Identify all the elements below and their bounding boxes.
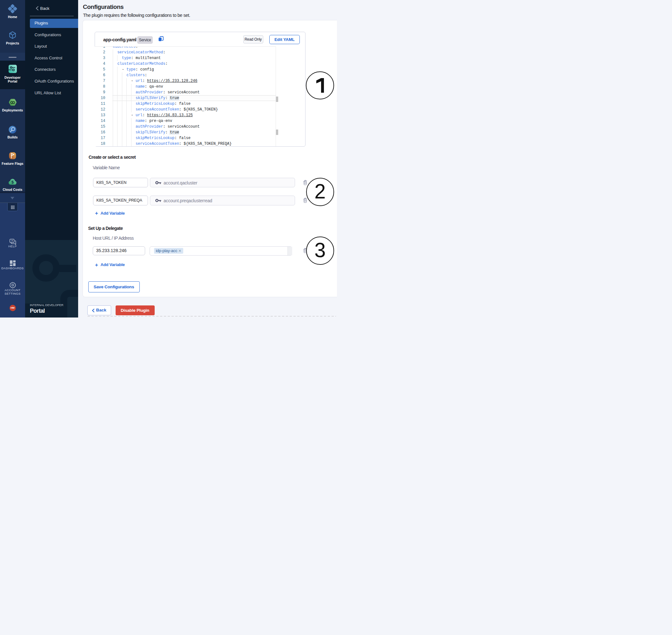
svg-text:?: ? [11, 239, 13, 243]
svg-text:$: $ [12, 180, 14, 184]
